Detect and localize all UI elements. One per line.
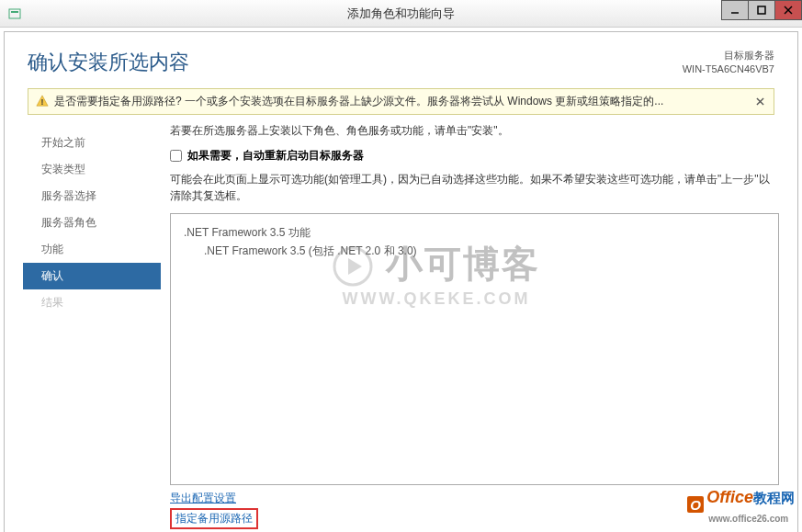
app-icon bbox=[7, 6, 22, 21]
note-text: 可能会在此页面上显示可选功能(如管理工具)，因为已自动选择这些功能。如果不希望安… bbox=[170, 171, 779, 204]
svg-rect-1 bbox=[11, 11, 18, 13]
export-config-link[interactable]: 导出配置设置 bbox=[170, 491, 236, 506]
alt-source-path-link[interactable]: 指定备用源路径 bbox=[175, 511, 253, 526]
window-title: 添加角色和功能向导 bbox=[347, 6, 455, 22]
warning-close-button[interactable] bbox=[753, 95, 766, 108]
sidebar: 开始之前 安装类型 服务器选择 服务器角色 功能 确认 结果 bbox=[5, 122, 161, 532]
nav-results: 结果 bbox=[32, 289, 161, 316]
warning-bar: ! 是否需要指定备用源路径? 一个或多个安装选项在目标服务器上缺少源文件。服务器… bbox=[28, 88, 774, 115]
nav-server-select[interactable]: 服务器选择 bbox=[32, 183, 161, 209]
svg-rect-3 bbox=[758, 6, 765, 14]
minimize-button[interactable] bbox=[721, 0, 749, 20]
footer-brand2: 教程网 bbox=[753, 490, 795, 505]
server-info: 目标服务器 WIN-T5A6CN46VB7 bbox=[683, 49, 774, 77]
svg-text:!: ! bbox=[41, 97, 44, 107]
svg-rect-0 bbox=[9, 9, 20, 18]
warning-icon: ! bbox=[36, 95, 49, 108]
auto-restart-row[interactable]: 如果需要，自动重新启动目标服务器 bbox=[170, 148, 779, 164]
header: 确认安装所选内容 目标服务器 WIN-T5A6CN46VB7 bbox=[5, 32, 797, 88]
feature-item: .NET Framework 3.5 (包括 .NET 2.0 和 3.0) bbox=[184, 242, 765, 260]
svg-text:O: O bbox=[690, 497, 701, 513]
maximize-button[interactable] bbox=[748, 0, 775, 20]
server-label: 目标服务器 bbox=[683, 49, 774, 62]
footer-url: www.office26.com bbox=[708, 514, 788, 524]
server-name: WIN-T5A6CN46VB7 bbox=[683, 62, 774, 76]
feature-item: .NET Framework 3.5 功能 bbox=[184, 223, 765, 242]
footer-logo: O Office教程网 www.office26.com bbox=[684, 488, 795, 526]
auto-restart-label: 如果需要，自动重新启动目标服务器 bbox=[187, 148, 364, 164]
close-button[interactable] bbox=[774, 0, 802, 20]
auto-restart-checkbox[interactable] bbox=[170, 150, 182, 162]
office-icon: O bbox=[684, 493, 706, 522]
nav-before-begin[interactable]: 开始之前 bbox=[32, 130, 161, 156]
window-controls bbox=[722, 0, 802, 22]
titlebar: 添加角色和功能向导 bbox=[0, 0, 802, 28]
main-panel: 若要在所选服务器上安装以下角色、角色服务或功能，请单击"安装"。 如果需要，自动… bbox=[161, 122, 797, 532]
nav-confirm[interactable]: 确认 bbox=[23, 263, 161, 289]
instruction-text: 若要在所选服务器上安装以下角色、角色服务或功能，请单击"安装"。 bbox=[170, 122, 779, 139]
nav-server-roles[interactable]: 服务器角色 bbox=[32, 209, 161, 236]
page-title: 确认安装所选内容 bbox=[28, 49, 189, 76]
warning-text: 是否需要指定备用源路径? 一个或多个安装选项在目标服务器上缺少源文件。服务器将尝… bbox=[54, 94, 753, 109]
feature-list: .NET Framework 3.5 功能 .NET Framework 3.5… bbox=[170, 213, 779, 485]
nav-install-type[interactable]: 安装类型 bbox=[32, 156, 161, 183]
footer-brand1: Office bbox=[706, 488, 753, 506]
nav-features[interactable]: 功能 bbox=[32, 236, 161, 263]
